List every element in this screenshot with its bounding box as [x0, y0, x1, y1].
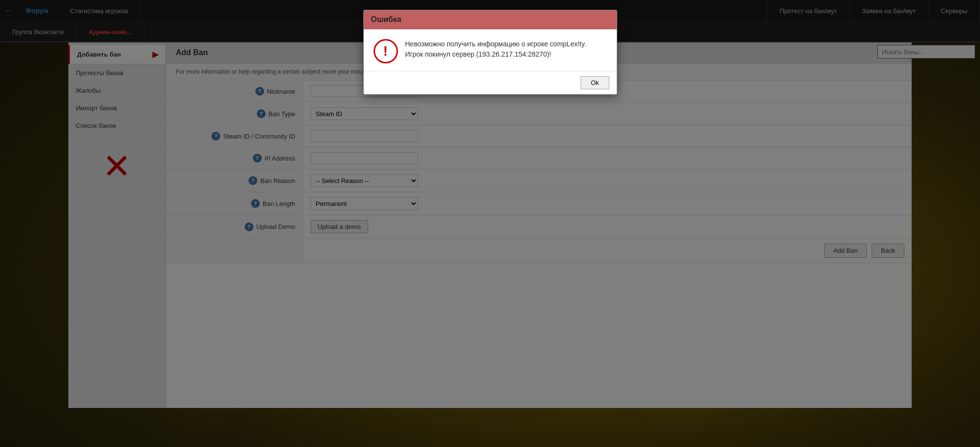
dialog-title: Ошибка: [371, 15, 401, 23]
dialog-message: Невозможно получить информацию о игроке …: [405, 39, 586, 60]
dialog-ok-button[interactable]: Ok: [581, 76, 609, 89]
dialog-message-line2: Игрок покинул сервер (193.26.217.154:282…: [405, 49, 586, 60]
dialog-title-bar: Ошибка: [364, 10, 617, 29]
error-dialog: Ошибка ! Невозможно получить информацию …: [363, 10, 617, 95]
dialog-body: ! Невозможно получить информацию о игрок…: [364, 29, 617, 71]
dialog-error-icon: !: [374, 39, 398, 63]
dialog-message-line1: Невозможно получить информацию о игроке …: [405, 39, 586, 49]
dialog-overlay: Ошибка ! Невозможно получить информацию …: [0, 0, 980, 447]
dialog-footer: Ok: [364, 71, 617, 94]
